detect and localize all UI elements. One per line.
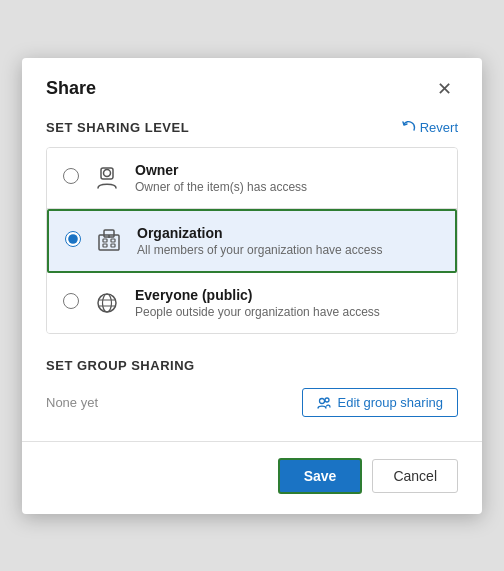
none-yet-label: None yet (46, 395, 98, 410)
group-sharing-section: Set group sharing None yet Edit group sh… (46, 358, 458, 421)
svg-point-13 (320, 398, 325, 403)
dialog-title: Share (46, 78, 96, 99)
svg-rect-8 (111, 244, 115, 247)
org-desc: All members of your organization have ac… (137, 243, 439, 257)
everyone-icon (91, 287, 123, 319)
close-button[interactable]: ✕ (431, 78, 458, 100)
everyone-name: Everyone (public) (135, 287, 441, 303)
group-content: None yet Edit group sharing (46, 385, 458, 421)
group-section-label: Set group sharing (46, 358, 458, 373)
revert-button[interactable]: Revert (402, 120, 458, 135)
revert-icon (402, 120, 416, 134)
svg-point-14 (325, 398, 329, 402)
cancel-button[interactable]: Cancel (372, 459, 458, 493)
svg-rect-7 (103, 244, 107, 247)
sharing-section-header: Set sharing level Revert (46, 120, 458, 135)
option-everyone[interactable]: Everyone (public) People outside your or… (47, 273, 457, 333)
save-button[interactable]: Save (278, 458, 363, 494)
everyone-text: Everyone (public) People outside your or… (135, 287, 441, 319)
owner-text: Owner Owner of the item(s) has access (135, 162, 441, 194)
owner-icon (91, 162, 123, 194)
org-icon (93, 225, 125, 257)
everyone-radio[interactable] (63, 293, 79, 313)
option-organization[interactable]: Organization All members of your organiz… (47, 209, 457, 273)
org-name: Organization (137, 225, 439, 241)
share-dialog: Share ✕ Set sharing level Revert (22, 58, 482, 514)
svg-rect-6 (111, 239, 115, 242)
svg-point-9 (98, 294, 116, 312)
org-text: Organization All members of your organiz… (137, 225, 439, 257)
svg-point-1 (104, 169, 111, 176)
svg-point-10 (103, 294, 112, 312)
sharing-options-list: Owner Owner of the item(s) has access (46, 147, 458, 334)
dialog-header: Share ✕ (46, 78, 458, 100)
owner-name: Owner (135, 162, 441, 178)
owner-desc: Owner of the item(s) has access (135, 180, 441, 194)
svg-rect-5 (103, 239, 107, 242)
sharing-section-label: Set sharing level (46, 120, 189, 135)
edit-group-button[interactable]: Edit group sharing (302, 388, 458, 417)
edit-group-icon (317, 396, 331, 410)
org-radio[interactable] (65, 231, 81, 251)
option-owner[interactable]: Owner Owner of the item(s) has access (47, 148, 457, 209)
owner-radio[interactable] (63, 168, 79, 188)
dialog-footer: Save Cancel (46, 458, 458, 494)
footer-divider (22, 441, 482, 442)
everyone-desc: People outside your organization have ac… (135, 305, 441, 319)
